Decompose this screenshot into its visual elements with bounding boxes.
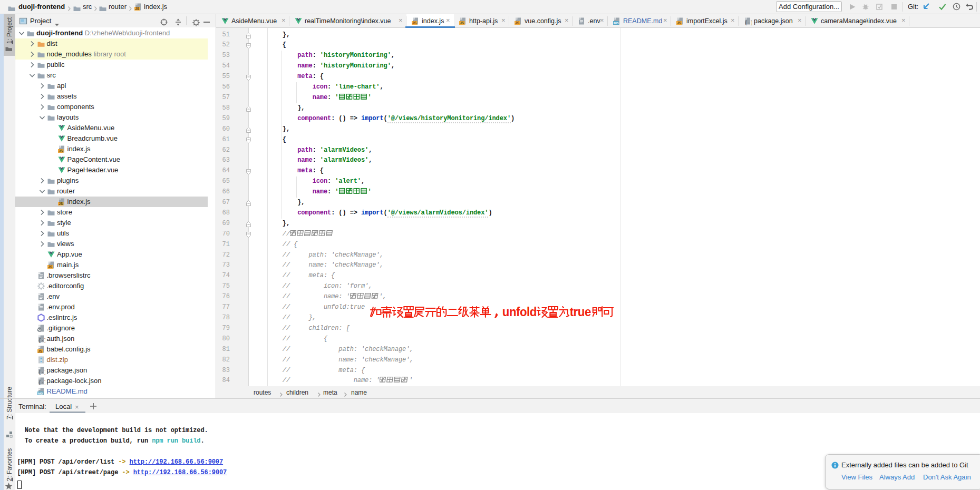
svg-text:{·}: {·} — [38, 370, 45, 375]
svg-text:JS: JS — [38, 349, 43, 353]
svg-text:true: true — [570, 306, 591, 319]
svg-text:JS: JS — [48, 265, 53, 269]
svg-text:JS: JS — [59, 202, 63, 205]
svg-text:JS: JS — [677, 21, 682, 24]
svg-text:JS: JS — [412, 21, 417, 24]
svg-text:unfold: unfold — [502, 306, 537, 319]
svg-text:JS: JS — [59, 149, 63, 153]
svg-text:JS: JS — [460, 21, 464, 24]
svg-text:{·}: {·} — [745, 21, 752, 25]
svg-text:JS: JS — [515, 21, 520, 24]
svg-text:{·}: {·} — [38, 380, 45, 385]
svg-text:{·}: {·} — [38, 338, 45, 343]
svg-text:MD: MD — [37, 391, 43, 395]
svg-text:MD: MD — [614, 21, 619, 24]
svg-text:JS: JS — [135, 7, 140, 11]
